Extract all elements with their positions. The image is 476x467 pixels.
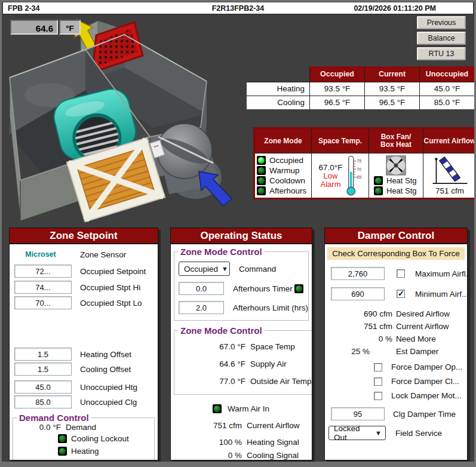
unoccupied-htg-input[interactable] — [14, 380, 72, 394]
cooling-lockout-led — [58, 434, 67, 443]
title-bar: FPB 2-34 F2R13FPB2-34 02/19/2026 01:11:2… — [3, 2, 473, 14]
est-damper-row: 25 % Est Damper — [325, 347, 467, 356]
field-service-row: Locked Out ▼ Field Service — [325, 426, 467, 440]
balance-button[interactable]: Balance — [417, 32, 466, 45]
zone-mode-status-legend: Zone Mode Control — [178, 325, 265, 336]
minimum-airflow-checkbox[interactable] — [397, 290, 405, 298]
zone-mode-control-group: Zone Mode Control Occupied ▼ Command Aft… — [174, 247, 309, 321]
occupied-setpoint-input[interactable] — [14, 265, 72, 278]
afterhours-limit-input[interactable] — [179, 301, 224, 314]
damper-control-title: Damper Control — [325, 228, 467, 244]
zone-sensor-row: Microset Zone Sensor — [10, 248, 158, 260]
row-header-cooling: Cooling — [247, 96, 309, 109]
minimum-airflow-row: Minimum Airf... — [325, 287, 467, 300]
heating-led — [58, 447, 67, 456]
low-alarm-text: Low Alarm — [319, 172, 343, 189]
supply-air-display: 64.6 °F — [10, 20, 81, 35]
maximum-airflow-row: Maximum Airfl... — [325, 267, 467, 280]
occupied-stpt-lo-input[interactable] — [14, 296, 72, 309]
heating-offset-input[interactable] — [14, 348, 72, 361]
supply-air-value: 64.6 — [10, 20, 58, 35]
header-box-fan-heat: Box Fan/ Box Heat — [369, 129, 423, 153]
space-temp-row: 67.0 °F Space Temp — [174, 342, 312, 351]
chevron-down-icon: ▼ — [222, 265, 228, 272]
lock-damper-motor-row: Lock Damper Mot... — [325, 390, 467, 401]
heat-stage-1: Heat Stg — [374, 176, 417, 186]
clg-damper-time-row: Clg Damper Time — [325, 407, 467, 420]
current-airflow-cell: 751 cfm — [423, 153, 476, 198]
svg-text:75: 75 — [357, 159, 362, 164]
demand-row: 0.0 °F Demand — [13, 423, 154, 432]
heating-signal-row: 100 % Heating Signal — [171, 438, 312, 447]
force-notice: Check Corresponding Box To Force — [327, 247, 465, 260]
heat-stage-2: Heat Stg — [374, 186, 417, 196]
zone-status-table: Zone Mode Space Temp. Box Fan/ Box Heat … — [253, 127, 476, 199]
warm-air-in-led — [213, 404, 222, 413]
field-service-dropdown[interactable]: Locked Out ▼ — [328, 426, 386, 440]
clg-damper-time-input[interactable] — [331, 407, 385, 420]
zone-sensor-value: Microset — [10, 250, 72, 259]
heating-unoccupied-value: 45.0 °F — [420, 82, 474, 96]
cooling-offset-input[interactable] — [14, 362, 72, 376]
minimum-airflow-input[interactable] — [331, 287, 385, 300]
zone-mode-warmup: Warmup — [257, 165, 311, 176]
header-zone-mode: Zone Mode — [255, 129, 311, 153]
setpoint-table: Occupied Current Unoccupied Heating 93.5… — [247, 66, 474, 109]
rtu13-button[interactable]: RTU 13 — [417, 47, 466, 60]
heat-stage-2-led — [374, 186, 383, 195]
zone-mode-occupied: Occupied — [257, 155, 311, 165]
svg-text:65: 65 — [357, 175, 362, 180]
heat-stage-1-led — [374, 176, 383, 185]
force-damper-open-checkbox[interactable] — [374, 363, 382, 371]
demand-control-group: Demand Control 0.0 °F Demand Cooling Loc… — [13, 413, 155, 460]
col-header-unoccupied: Unoccupied — [420, 66, 474, 82]
lock-damper-motor-checkbox[interactable] — [374, 392, 382, 400]
zone-mode-afterhours: Afterhours — [257, 186, 311, 196]
chevron-down-icon: ▼ — [375, 429, 382, 437]
unoccupied-clg-input[interactable] — [14, 395, 72, 408]
header-current-airflow: Current Airflow — [423, 129, 476, 153]
space-temp-value: 67.0°F — [319, 163, 343, 172]
cooldown-led — [257, 176, 266, 185]
occupied-stpt-hi-input[interactable] — [14, 281, 72, 294]
operating-status-title: Operating Status — [171, 228, 312, 244]
force-damper-closed-row: Force Damper Cl... — [325, 376, 467, 387]
nav-buttons: Previous Balance RTU 13 — [417, 16, 466, 63]
command-dropdown[interactable]: Occupied ▼ — [179, 262, 230, 276]
col-header-occupied: Occupied — [310, 66, 364, 82]
cooling-current-value: 96.5 °F — [365, 96, 419, 109]
damper-control-panel: Damper Control Check Corresponding Box T… — [324, 228, 468, 460]
afterhours-timer-led — [294, 284, 303, 293]
cooling-occupied-value: 96.5 °F — [310, 96, 364, 109]
previous-button[interactable]: Previous — [417, 16, 466, 29]
cooling-signal-row: 0 % Cooling Signal — [171, 451, 312, 460]
zone-mode-status-group: Zone Mode Control 67.0 °F Space Temp 64.… — [174, 325, 312, 395]
command-row: Occupied ▼ Command — [174, 262, 308, 276]
afterhours-timer-input[interactable] — [179, 282, 224, 295]
afterhours-led — [257, 186, 266, 195]
setpoint-table-corner — [247, 66, 309, 82]
current-airflow-value: 751 cfm — [435, 186, 464, 195]
force-damper-open-row: Force Damper Op... — [325, 361, 467, 373]
space-temp-cell: 67.0°F Low Alarm 75 70 65 — [312, 153, 368, 198]
current-airflow-row: 751 cfm Current Airflow — [325, 322, 467, 331]
maximum-airflow-input[interactable] — [331, 267, 385, 280]
zone-mode-control-legend: Zone Mode Control — [178, 247, 265, 257]
fan-powered-box-3d-view — [7, 17, 245, 225]
zone-mode-cell: Occupied Warmup Cooldown Afterhours — [255, 153, 311, 198]
cooling-unoccupied-value: 85.0 °F — [420, 96, 474, 109]
afterhours-limit-row: Afterhours Limit (hrs) — [174, 301, 308, 314]
demand-value: 0.0 °F — [13, 423, 61, 432]
datetime: 02/19/2026 01:11:20 PM — [354, 4, 436, 13]
force-damper-closed-checkbox[interactable] — [374, 377, 382, 386]
supply-air-row: 64.6 °F Supply Air — [174, 360, 312, 368]
need-more-row: 0 % Need More — [325, 334, 467, 343]
box-fan-heat-cell: Heat Stg Heat Stg — [369, 153, 423, 198]
heating-current-value: 93.5 °F — [365, 82, 419, 96]
col-header-current: Current — [365, 66, 419, 82]
heating-indicator-row: Heating — [13, 446, 154, 457]
occupied-led — [257, 156, 266, 165]
maximum-airflow-checkbox[interactable] — [397, 269, 405, 278]
svg-text:70: 70 — [357, 167, 362, 172]
demand-control-legend: Demand Control — [17, 413, 91, 423]
